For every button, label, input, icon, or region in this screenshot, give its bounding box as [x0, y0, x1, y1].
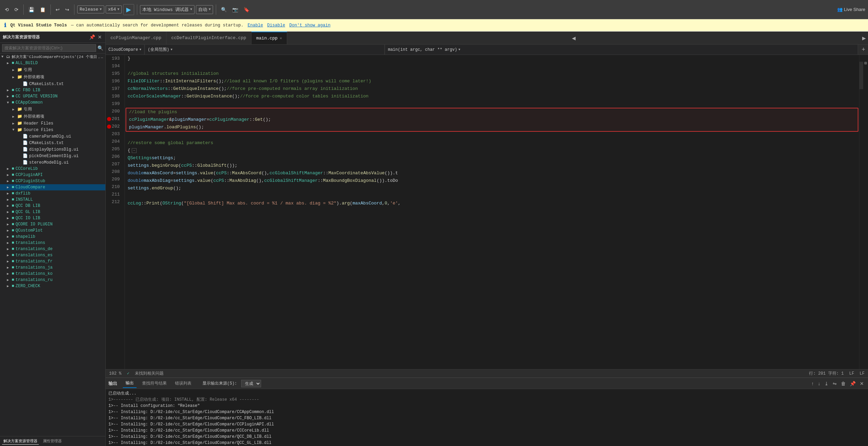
search-btn[interactable]: 🔍 [219, 5, 229, 14]
ln-206: 206 [106, 153, 122, 161]
output-line-1: 1>-------- 已启动生成: 项目: INSTALL, 配置: Relea… [108, 397, 865, 403]
mode-dropdown[interactable]: 自动 ▼ [196, 5, 213, 14]
enable-link[interactable]: Enable [248, 23, 263, 28]
sep1 [23, 4, 24, 15]
output-up-btn[interactable]: ↑ [810, 380, 815, 387]
output-pin-btn[interactable]: 📌 [848, 380, 857, 387]
search-input[interactable] [2, 44, 96, 52]
tree-install[interactable]: ▶ ■ INSTALL [0, 197, 105, 203]
sidebar-tab-solution[interactable]: 解决方案资源管理器 [2, 438, 39, 445]
tree-dxflib[interactable]: ▶ ■ dxflib [0, 190, 105, 197]
tree-cccorelib[interactable]: ▶ ■ CCCoreLib [0, 166, 105, 172]
output-close-btn[interactable]: ✕ [858, 380, 865, 387]
output-clear-btn[interactable]: 🗑 [840, 380, 847, 387]
add-btn[interactable]: + [859, 45, 868, 54]
tree-引用2[interactable]: ▶ 📁 引用 [0, 106, 105, 113]
ln-200: 200 [106, 108, 122, 115]
tree-zero-check[interactable]: ▶ ■ ZERO_CHECK [0, 283, 105, 289]
output-tab-main[interactable]: 输出 [123, 379, 137, 388]
save-btn[interactable]: 💾 [26, 5, 36, 14]
tree-source-files[interactable]: ▼ 📁 Source Files [0, 127, 105, 133]
tab-ccdefault[interactable]: ccDefaultPluginInterface.cpp [166, 32, 251, 44]
code-line-199 [125, 100, 859, 108]
tree-translations-fr[interactable]: ▶ ■ translations_fr [0, 258, 105, 265]
tree-qccgl[interactable]: ▶ ■ QCC GL LIB [0, 209, 105, 215]
tab-main[interactable]: main.cpp ✕ [251, 32, 288, 44]
tree-ccpluginapi[interactable]: ▶ ■ CCPluginAPI [0, 172, 105, 178]
tree-translations-ko[interactable]: ▶ ■ translations_ko [0, 271, 105, 277]
code-line-211 [125, 192, 859, 200]
output-down-btn[interactable]: ↓ [817, 380, 822, 387]
tree-ccappcommon[interactable]: ▼ ■ CCAppCommon [0, 99, 105, 106]
solution-arrow: ▼ [1, 55, 6, 59]
platform-dropdown[interactable]: x64 ▼ [106, 5, 122, 13]
tree-translations-de[interactable]: ▶ ■ translations_de [0, 246, 105, 252]
tree-camera[interactable]: 📄 cameraParamDlg.ui [0, 133, 105, 140]
dont-show-link[interactable]: Don't show again [289, 23, 330, 28]
tree-pick[interactable]: 📄 pickOneElementDlg.ui [0, 153, 105, 159]
tree-cc-update[interactable]: ▶ ■ CC UPDATE VERSION [0, 93, 105, 99]
tree-display[interactable]: 📄 displayOptionsDlg.ui [0, 146, 105, 153]
output-tab-find[interactable]: 查找符号结果 [139, 379, 169, 388]
tree-translations-ja[interactable]: ▶ ■ translations_ja [0, 265, 105, 271]
output-wrap-btn[interactable]: ⇋ [831, 380, 838, 387]
code-line-208: double maxAbsCoord = settings.value(ccPS… [125, 169, 859, 177]
live-share-button[interactable]: 👥 Live Share [837, 7, 865, 12]
sidebar-pin-btn[interactable]: 📌 [89, 34, 96, 40]
tree-qccio[interactable]: ▶ ■ QCC IO LIB [0, 215, 105, 221]
tab-ccpluginmanager[interactable]: ccPluginManager.cpp [106, 32, 166, 44]
sidebar-tab-properties[interactable]: 属性管理器 [42, 438, 63, 445]
code-content[interactable]: } //global structures initialization Fil… [125, 55, 859, 369]
range-dropdown[interactable]: (全局范围) ▼ [145, 45, 385, 55]
tree-header-files[interactable]: ▶ 📁 Header Files [0, 120, 105, 127]
camera-btn[interactable]: 📷 [230, 5, 240, 14]
output-end-btn[interactable]: ⤓ [823, 380, 830, 387]
debugger-dropdown[interactable]: 本地 Windows 调试器 ▼ [140, 5, 195, 14]
redo-btn[interactable]: ↪ [63, 5, 71, 14]
collapse-btn-205[interactable]: − [132, 148, 137, 153]
editor-scrollbar[interactable] [863, 55, 868, 369]
tree-all-build[interactable]: ▶ ■ ALL_BUILD [0, 60, 105, 66]
tree-qccdb[interactable]: ▶ ■ QCC DB LIB [0, 203, 105, 209]
minimap-thumb[interactable] [859, 62, 863, 89]
forward-btn[interactable]: ⟳ [12, 5, 21, 14]
tab-arrow-right[interactable]: ▶ [860, 35, 868, 41]
tree-qcustomplot[interactable]: ▶ ■ QCustomPlot [0, 227, 105, 234]
tree-qcoreio[interactable]: ▶ ■ QCORE IO PLUGIN [0, 221, 105, 227]
tree-translations-ru[interactable]: ▶ ■ translations_ru [0, 277, 105, 283]
undo-btn[interactable]: ↩ [54, 5, 62, 14]
scope-dropdown[interactable]: CloudCompare ▼ [106, 45, 144, 55]
back-btn[interactable]: ⟲ [3, 5, 11, 14]
scrollbar-thumb[interactable] [864, 62, 867, 64]
tree-ccpluginstub[interactable]: ▶ ■ CCPluginStub [0, 178, 105, 184]
tree-translations-es[interactable]: ▶ ■ translations_es [0, 252, 105, 258]
tab-close-main[interactable]: ✕ [280, 36, 282, 41]
code-line-202: pluginManager.loadPlugins(); [126, 124, 858, 131]
member-dropdown[interactable]: main(int argc, char ** argv) ▼ [385, 45, 858, 55]
code-line-203 [125, 132, 859, 139]
tree-cmakelists-1[interactable]: 📄 CMakeLists.txt [0, 81, 105, 87]
tree-translations[interactable]: ▶ ■ translations [0, 240, 105, 246]
tree-外部依赖项[interactable]: ▶ 📁 外部依赖项 [0, 73, 105, 81]
tree-shapelib[interactable]: ▶ ■ shapelib [0, 234, 105, 240]
sidebar-close-btn[interactable]: ✕ [97, 34, 103, 40]
tree-stereo[interactable]: 📄 stereoModeDlg.ui [0, 159, 105, 166]
tree-cmake2[interactable]: 📄 CMakeLists.txt [0, 140, 105, 146]
output-line-start: 已启动生成... [108, 390, 865, 397]
solution-icon: 🗂 [6, 54, 10, 59]
tree-cc-fbo[interactable]: ▶ ■ CC FBO LIB [0, 87, 105, 93]
tree-引用[interactable]: ▶ 📁 引用 [0, 66, 105, 73]
ln-207: 207 [106, 161, 122, 168]
run-button[interactable]: ▶ [123, 4, 134, 15]
save-all-btn[interactable]: 📋 [38, 5, 48, 14]
disable-link[interactable]: Disable [267, 23, 285, 28]
source-select[interactable]: 生成 [241, 380, 261, 387]
tree-cloudcompare[interactable]: ▶ ■ CloudCompare [0, 184, 105, 190]
bookmark-btn[interactable]: 🔖 [242, 5, 251, 14]
output-tab-errors[interactable]: 错误列表 [172, 379, 194, 388]
solution-root[interactable]: ▼ 🗂 解决方案'CloudCompareProjects'(24 个项目，共 … [0, 54, 105, 60]
tab-arrow-left[interactable]: ◀ [570, 35, 578, 41]
config-dropdown[interactable]: Release ▼ [77, 5, 104, 13]
tree-外部依赖项2[interactable]: ▶ 📁 外部依赖项 [0, 113, 105, 120]
sidebar-search: 🔍 [0, 43, 105, 54]
